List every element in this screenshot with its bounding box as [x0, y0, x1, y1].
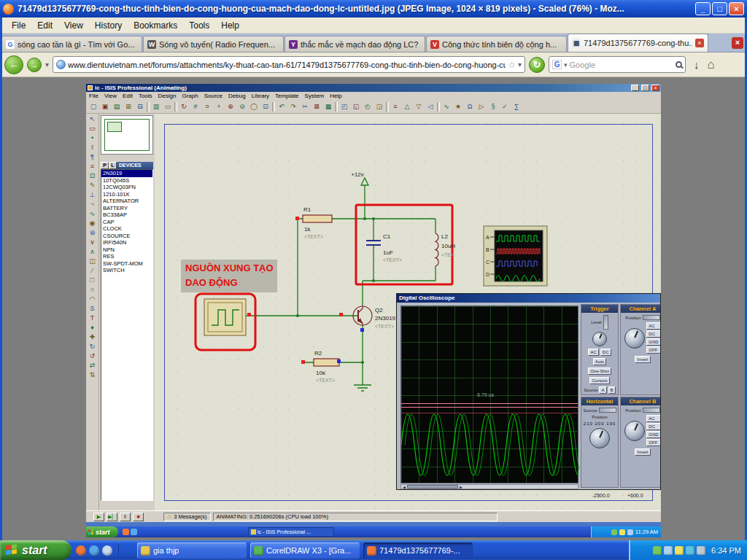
start-label: start — [22, 544, 47, 557]
one-shot-button: One-Shot — [588, 368, 611, 375]
oscilloscope-scrollbar: ◀ ▶ — [400, 484, 578, 489]
back-button[interactable]: ← — [4, 55, 23, 74]
proteus-close-icon: × — [651, 85, 659, 91]
electrical-rules-check-icon: ✓ — [499, 101, 511, 112]
messenger-status-icon[interactable] — [686, 546, 694, 555]
url-bar[interactable]: ☆ ▾ — [53, 56, 525, 73]
import-section-icon: ⊞ — [123, 101, 134, 112]
search-and-tag-icon: ★ — [452, 101, 464, 112]
firefox-quick-launch-icon[interactable] — [76, 545, 86, 556]
show-desktop-icon[interactable] — [102, 545, 112, 556]
search-input[interactable] — [570, 61, 673, 69]
pulse-generator — [204, 299, 246, 335]
svg-text:2N3019: 2N3019 — [375, 315, 396, 322]
search-engine-dropdown-icon[interactable]: ▾ — [564, 61, 568, 69]
browser-menubar: FileEditViewHistoryBookmarksToolsHelp — [0, 18, 747, 34]
proteus-menu-design: Design — [158, 93, 177, 99]
history-dropdown-icon[interactable]: ▾ — [45, 61, 49, 69]
paste-icon: ▦ — [322, 101, 334, 112]
menu-view[interactable]: View — [58, 19, 89, 32]
browser-tab[interactable]: Ythắc mắc về mạch dao động LC? — [285, 36, 425, 52]
inner-taskbar-app-button: lc - ISIS Professional ... — [248, 527, 334, 537]
taskbar-app-button[interactable]: CorelDRAW X3 - [Gra... — [250, 542, 360, 559]
internet-explorer-quick-launch-icon[interactable] — [89, 545, 99, 556]
reload-button[interactable]: ↻ — [529, 57, 545, 73]
minimize-button[interactable]: _ — [695, 2, 711, 15]
tab-label: Sóng vô tuyến( Radio Frequen... — [159, 40, 279, 49]
menu-help[interactable]: Help — [215, 19, 245, 32]
wire-autorouter-icon: ∿ — [441, 101, 452, 112]
toolbar-separator — [174, 102, 177, 112]
safely-remove-hardware-icon[interactable] — [697, 546, 705, 555]
close-tab-button[interactable]: × — [732, 37, 743, 49]
tab-close-icon[interactable]: × — [695, 39, 704, 47]
menu-edit[interactable]: Edit — [31, 19, 58, 32]
svg-text:+12v: +12v — [351, 171, 364, 178]
horizontal-source-slider — [599, 408, 616, 413]
quick-launch — [76, 544, 119, 556]
packaging-tool-icon: ▽ — [413, 101, 425, 112]
network-status-icon[interactable] — [664, 546, 673, 555]
firefox-quick-launch-icon — [123, 529, 129, 535]
netlist-compiler-icon: ∑ — [511, 101, 522, 112]
proteus-object-selector: P L DEVICES 2N301910TQ045S12CWQ03FN1210-… — [99, 114, 155, 510]
search-magnifier-icon[interactable] — [676, 61, 682, 68]
resistor-r2 — [314, 359, 339, 366]
device-item: IRFI540N — [101, 239, 152, 246]
taskbar-app-button[interactable]: gia thjp — [137, 542, 247, 559]
home-button-icon[interactable]: ⌂ — [708, 58, 715, 72]
browser-tab[interactable]: VCông thức tính biên độ cộng h... — [426, 36, 567, 52]
line-tool-icon: ∕ — [87, 266, 98, 276]
svg-text:Q2: Q2 — [375, 307, 383, 314]
inner-start-label: start — [96, 529, 110, 536]
menu-history[interactable]: History — [89, 19, 128, 32]
forward-button[interactable]: → — [27, 58, 42, 72]
component-mode-icon: ▭ — [87, 124, 98, 133]
bill-of-materials-icon: § — [487, 101, 499, 112]
bookmark-star-icon[interactable]: ☆ — [508, 60, 516, 70]
menu-bookmarks[interactable]: Bookmarks — [128, 19, 183, 32]
proteus-maximize-icon: □ — [641, 85, 649, 91]
volume-icon[interactable] — [675, 546, 684, 555]
svg-text:1k: 1k — [304, 226, 311, 233]
maximize-button[interactable]: □ — [712, 2, 727, 15]
inductor-l2 — [436, 233, 438, 266]
overview-panel — [101, 115, 153, 155]
search-bar[interactable]: G ▾ — [549, 56, 686, 73]
library-button: L — [109, 162, 117, 169]
url-input[interactable] — [68, 61, 506, 69]
browser-tab[interactable]: WSóng vô tuyến( Radio Frequen... — [143, 36, 284, 52]
menu-tools[interactable]: Tools — [183, 19, 215, 32]
auto-button: Auto — [593, 358, 606, 365]
wire-label-mode-icon: ℓ — [87, 143, 98, 152]
update-shield-icon[interactable] — [653, 546, 662, 555]
rotate-ccw-icon: ↺ — [87, 351, 98, 361]
device-item: CAP — [101, 219, 152, 226]
proteus-statusbar: ▶ ▶▏ ‖ ■ ⚠3 Message(s) ANIMATING: 0.2516… — [86, 510, 661, 522]
channel-b-dc-button: DC — [646, 423, 660, 430]
svg-text:10k: 10k — [316, 370, 326, 376]
channel-a-invert-button: Invert — [635, 356, 650, 363]
toolbar-separator — [272, 102, 275, 112]
capacitor-c1 — [366, 241, 381, 245]
device-item: BATTERY — [101, 205, 152, 212]
download-arrow-icon[interactable]: ↓ — [694, 58, 700, 71]
browser-tab[interactable]: Gsóng cao tần là gì - Tìm với Go... — [1, 36, 142, 52]
svg-text:L2: L2 — [441, 233, 448, 240]
annotation-text: DAO ĐỘNG — [185, 277, 238, 288]
mirror-x-icon: ⇄ — [87, 361, 98, 370]
trigger-header: Trigger — [581, 305, 618, 313]
taskbar-app-button[interactable]: 71479d1375677769-... — [363, 542, 473, 559]
internet-explorer-quick-launch-icon — [131, 529, 137, 535]
start-button[interactable]: start — [0, 540, 71, 560]
tab-label: thắc mắc về mạch dao động LC? — [301, 40, 421, 49]
app-icon — [141, 546, 150, 556]
rotate-cw-icon: ↻ — [87, 342, 98, 351]
app-label: 71479d1375677769-... — [379, 546, 460, 555]
viewed-image-proteus-screenshot[interactable]: lc - ISIS Professional (Animating) _ □ ×… — [86, 84, 661, 537]
menu-file[interactable]: File — [6, 19, 31, 32]
url-dropdown-icon[interactable]: ▾ — [518, 61, 522, 69]
browser-tab-active[interactable]: ▦71479d1375677769-cong-thu...× — [568, 34, 708, 52]
close-button[interactable]: × — [729, 2, 744, 15]
pick-parts-icon: ≡ — [390, 101, 401, 112]
